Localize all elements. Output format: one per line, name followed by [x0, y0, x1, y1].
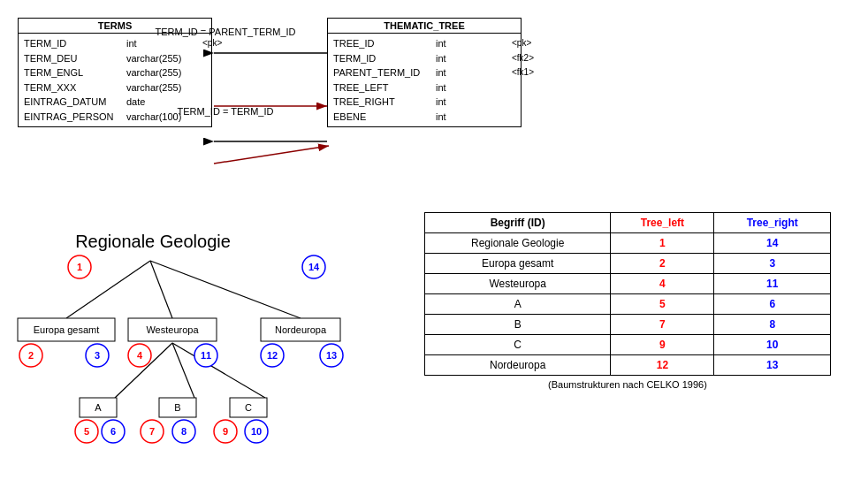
col-name: EBENE: [333, 110, 430, 125]
cell-right: 13: [714, 355, 831, 376]
cell-left: 1: [611, 233, 714, 254]
table-row: TREE_ID int <pk>: [333, 36, 515, 51]
terms-body: TERM_ID int <pk> TERM_DEU varchar(255) T…: [19, 34, 211, 126]
col-name: TERM_XXX: [24, 80, 121, 95]
svg-line-5: [150, 261, 301, 318]
cell-right: 3: [714, 254, 831, 274]
node-val-3: 3: [95, 350, 100, 361]
col-type: varchar(255): [126, 65, 197, 80]
col-type: int: [436, 80, 506, 95]
diagonal-arrow: [214, 146, 329, 164]
root-node-label: Regionale Geologie: [75, 232, 231, 251]
node-val-13: 13: [326, 350, 337, 361]
node-val-1: 1: [77, 262, 82, 272]
nordeuropa-label: Nordeuropa: [275, 324, 327, 335]
node-a-label: A: [95, 402, 102, 413]
table-row: A 5 6: [425, 294, 831, 315]
table-row: TERM_XXX varchar(255): [24, 80, 206, 95]
node-val-10: 10: [251, 426, 262, 437]
col-key: <fk2>: [512, 51, 534, 66]
svg-line-4: [150, 261, 172, 318]
cell-name: Westeuropa: [425, 274, 611, 294]
svg-line-8: [172, 343, 265, 398]
col-name: TERM_ID: [24, 36, 121, 51]
terms-table: TERMS TERM_ID int <pk> TERM_DEU varchar(…: [18, 18, 212, 127]
cell-left: 9: [611, 335, 714, 355]
col-name: EINTRAG_DATUM: [24, 95, 121, 110]
col-name: EINTRAG_PERSON: [24, 110, 121, 125]
col-name: TERM_ENGL: [24, 65, 121, 80]
col-type: int: [436, 110, 506, 125]
cell-left: 2: [611, 254, 714, 274]
tree-diagram: Regionale Geologie 1 14 Europa gesamt 2 …: [9, 212, 380, 469]
col-header-left: Tree_left: [611, 213, 714, 233]
celko-caption: (Baumstrukturen nach CELKO 1996): [424, 379, 831, 390]
table-row: B 7 8: [425, 315, 831, 335]
cell-right: 10: [714, 335, 831, 355]
col-name: TREE_LEFT: [333, 80, 430, 95]
col-key: <fk1>: [512, 65, 534, 80]
table-row: TERM_ID int <fk2>: [333, 51, 515, 66]
node-val-4: 4: [137, 350, 143, 361]
col-name: PARENT_TERM_ID: [333, 65, 430, 80]
thematic-title: THEMATIC_TREE: [328, 19, 521, 34]
cell-right: 14: [714, 233, 831, 254]
col-name: TERM_ID: [333, 51, 430, 66]
thematic-body: TREE_ID int <pk> TERM_ID int <fk2> PAREN…: [328, 34, 521, 126]
col-key: <pk>: [512, 36, 531, 51]
svg-line-7: [172, 343, 194, 398]
col-type: int: [436, 36, 506, 51]
col-type: int: [436, 95, 506, 110]
europa-label: Europa gesamt: [34, 324, 100, 335]
table-row: TERM_ENGL varchar(255): [24, 65, 206, 80]
thematic-table: THEMATIC_TREE TREE_ID int <pk> TERM_ID i…: [327, 18, 522, 127]
col-type: int: [436, 51, 506, 66]
col-header-right: Tree_right: [714, 213, 831, 233]
cell-right: 6: [714, 294, 831, 315]
table-row: EINTRAG_PERSON varchar(100): [24, 110, 206, 125]
table-row: PARENT_TERM_ID int <fk1>: [333, 65, 515, 80]
node-val-11: 11: [201, 350, 211, 361]
col-type: varchar(255): [126, 80, 197, 95]
col-name: TREE_ID: [333, 36, 430, 51]
node-val-8: 8: [181, 426, 187, 437]
node-val-12: 12: [267, 350, 278, 361]
cell-left: 4: [611, 274, 714, 294]
tree-svg: Regionale Geologie 1 14 Europa gesamt 2 …: [9, 212, 380, 469]
cell-name: B: [425, 315, 611, 335]
table-row: TERM_DEU varchar(255): [24, 51, 206, 66]
cell-left: 7: [611, 315, 714, 335]
col-type: varchar(100): [126, 110, 197, 125]
db-diagram: TERMS TERM_ID int <pk> TERM_DEU varchar(…: [9, 9, 522, 203]
table-row: TERM_ID int <pk>: [24, 36, 206, 51]
col-type: varchar(255): [126, 51, 197, 66]
cell-right: 8: [714, 315, 831, 335]
node-b-label: B: [174, 402, 180, 413]
col-type: int: [126, 36, 197, 51]
table-row: Regionale Geologie 1 14: [425, 233, 831, 254]
table-row: TREE_LEFT int: [333, 80, 515, 95]
cell-left: 12: [611, 355, 714, 376]
table-row: Westeuropa 4 11: [425, 274, 831, 294]
data-table: Begriff (ID) Tree_left Tree_right Region…: [424, 212, 831, 390]
table-row: TREE_RIGHT int: [333, 95, 515, 110]
col-header-name: Begriff (ID): [425, 213, 611, 233]
col-key: <pk>: [202, 36, 222, 51]
col-type: int: [436, 65, 506, 80]
cell-name: Regionale Geologie: [425, 233, 611, 254]
col-name: TERM_DEU: [24, 51, 121, 66]
table-row: Nordeuropa 12 13: [425, 355, 831, 376]
node-val-6: 6: [110, 426, 116, 437]
celko-table: Begriff (ID) Tree_left Tree_right Region…: [424, 212, 831, 376]
node-c-label: C: [245, 402, 252, 413]
node-val-2: 2: [28, 350, 34, 361]
cell-right: 11: [714, 274, 831, 294]
table-row: Europa gesamt 2 3: [425, 254, 831, 274]
table-row: C 9 10: [425, 335, 831, 355]
cell-name: A: [425, 294, 611, 315]
table-row: EINTRAG_DATUM date: [24, 95, 206, 110]
terms-title: TERMS: [19, 19, 211, 34]
col-type: date: [126, 95, 197, 110]
table-row: EBENE int: [333, 110, 515, 125]
node-val-9: 9: [223, 426, 228, 437]
